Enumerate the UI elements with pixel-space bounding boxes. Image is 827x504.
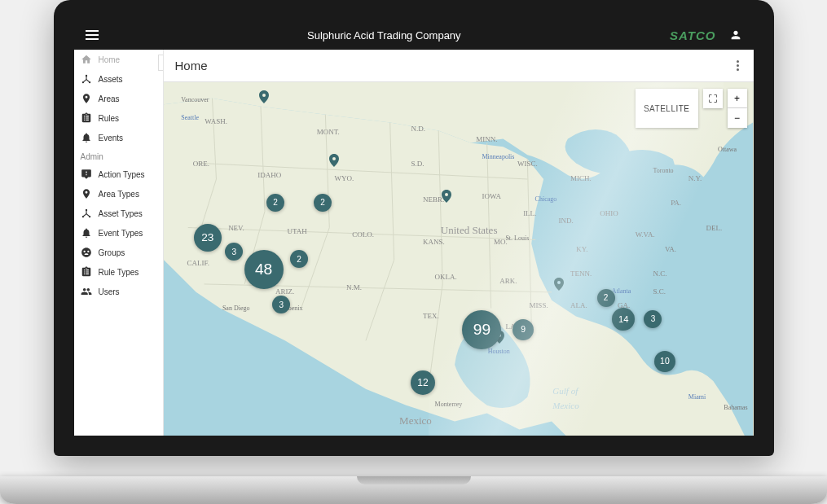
subheader: Home [164,50,754,82]
laptop-base [0,476,827,504]
map-cluster[interactable]: 99 [462,310,501,349]
map-cluster[interactable]: 2 [597,289,615,307]
sidebar-item-groups[interactable]: Groups [74,243,163,262]
page-title: Home [175,59,208,72]
sidebar-item-label: Rule Types [99,268,139,277]
sidebar-item-label: Areas [99,94,120,103]
map-cluster[interactable]: 3 [225,243,243,261]
rules-icon [81,266,92,278]
sidebar-item-asset-types[interactable]: Asset Types [74,204,163,223]
app-title: Sulphuric Acid Trading Company [99,29,671,42]
laptop-notch [357,476,471,484]
logo: SATCO [670,28,715,42]
sidebar-item-assets[interactable]: Assets [74,69,163,89]
map-cluster[interactable]: 2 [314,194,332,212]
groups-icon [81,247,92,258]
map-cluster[interactable]: 2 [290,250,308,268]
sidebar-item-label: Assets [99,75,123,84]
sidebar-item-rule-types[interactable]: Rule Types [74,262,163,282]
sidebar-item-label: Area Types [99,190,139,199]
home-icon [81,54,92,65]
sidebar-item-label: Action Types [99,170,145,179]
map-cluster[interactable]: 48 [244,250,284,289]
sidebar-item-label: Rules [99,114,120,123]
fullscreen-button[interactable] [703,89,723,108]
map-cluster[interactable]: 3 [644,310,662,328]
areas-icon [81,188,92,199]
map-pin-icon[interactable] [329,154,339,167]
sidebar-item-area-types[interactable]: Area Types [74,184,163,204]
assets-icon [81,73,92,85]
action-icon [81,169,92,180]
map-pin-icon[interactable] [442,190,451,203]
svg-point-0 [85,75,86,77]
sidebar-item-events[interactable]: Events [74,128,163,147]
map-pin-icon[interactable] [259,90,269,103]
users-icon [81,286,92,297]
satellite-button[interactable]: SATELLITE [636,89,698,128]
sidebar-item-action-types[interactable]: Action Types [74,164,163,184]
sidebar-item-label: Home [99,55,121,64]
sidebar: › HomeAssetsAreasRulesEvents Admin Actio… [74,50,164,436]
rules-icon [81,112,92,124]
assets-icon [81,208,92,219]
sidebar-item-label: Events [99,134,124,142]
map-cluster[interactable]: 3 [272,296,290,313]
map-cluster[interactable]: 2 [266,194,284,212]
areas-icon [81,93,92,104]
sidebar-item-label: Asset Types [99,209,143,218]
sidebar-item-areas[interactable]: Areas [74,89,163,108]
zoom-out-button[interactable]: − [728,108,747,128]
events-icon [81,227,92,239]
map-cluster[interactable]: 10 [654,351,675,372]
svg-point-3 [85,209,86,211]
zoom-in-button[interactable]: + [728,89,747,108]
sidebar-collapse-button[interactable]: › [158,55,164,71]
sidebar-item-label: Event Types [99,229,143,238]
menu-icon[interactable] [86,30,99,40]
map[interactable]: SATELLITE + − WASH.MONT.N.D.MINN.WISC.MI… [164,82,754,436]
sidebar-item-rules[interactable]: Rules [74,108,163,128]
map-pin-icon[interactable] [554,278,564,291]
map-controls: SATELLITE + − [636,89,747,128]
sidebar-item-event-types[interactable]: Event Types [74,223,163,243]
topbar: Sulphuric Acid Trading Company SATCO [74,20,754,50]
kebab-menu-icon[interactable] [733,57,742,74]
map-cluster[interactable]: 23 [194,224,222,252]
sidebar-item-label: Groups [99,248,125,257]
sidebar-item-users[interactable]: Users [74,282,163,301]
sidebar-item-home[interactable]: Home [74,50,163,69]
laptop-bezel: Sulphuric Acid Trading Company SATCO Hom… [54,0,774,456]
map-cluster[interactable]: 14 [612,308,635,331]
events-icon [81,132,92,143]
body: › HomeAssetsAreasRulesEvents Admin Actio… [74,82,754,436]
user-icon[interactable] [729,28,742,42]
map-cluster[interactable]: 12 [411,370,435,395]
laptop-frame: Sulphuric Acid Trading Company SATCO Hom… [0,0,827,504]
sidebar-item-label: Users [99,287,120,296]
map-cluster[interactable]: 9 [512,319,534,340]
admin-section-label: Admin [74,147,163,164]
app-screen: Sulphuric Acid Trading Company SATCO Hom… [74,20,754,436]
